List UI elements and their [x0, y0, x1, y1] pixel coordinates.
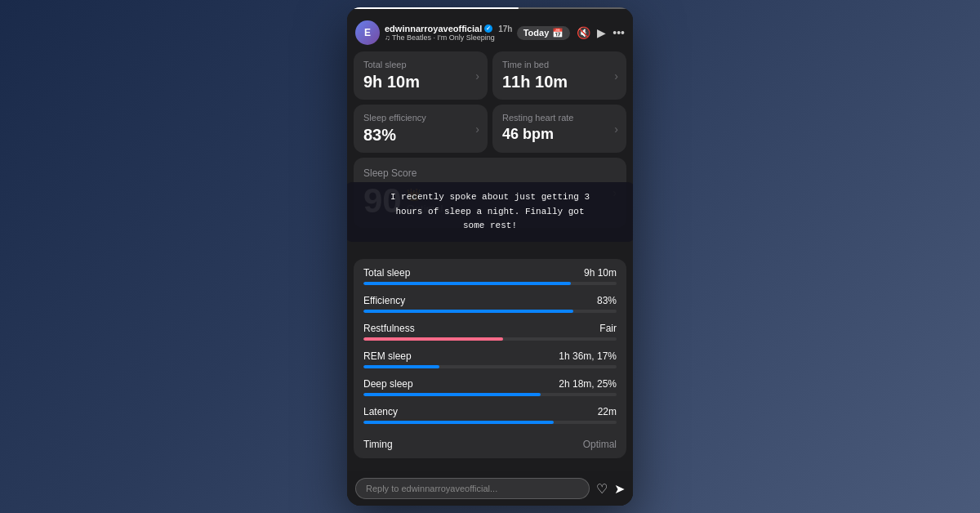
story-song: ♫ The Beatles · I'm Only Sleeping [385, 33, 512, 42]
detail-label-latency: Latency [363, 406, 398, 417]
progress-bg-latency [363, 421, 617, 424]
metric-value-heart-rate: 46 bpm [502, 126, 617, 143]
details-section: Total sleep 9h 10m Efficiency 83% Re [354, 259, 626, 458]
detail-row-efficiency[interactable]: Efficiency 83% [363, 295, 617, 313]
detail-row-header-restfulness: Restfulness Fair [363, 323, 617, 334]
avatar-letter: E [364, 27, 371, 38]
progress-bg-rem-sleep [363, 365, 617, 368]
detail-label-deep-sleep: Deep sleep [363, 378, 413, 390]
metric-label-total-sleep: Total sleep [363, 60, 478, 69]
reply-input[interactable]: Reply to edwinnarroyaveofficial... [355, 478, 590, 499]
detail-label-restfulness: Restfulness [363, 323, 415, 334]
detail-label-total-sleep: Total sleep [363, 267, 410, 279]
detail-row-deep-sleep[interactable]: Deep sleep 2h 18m, 25% [363, 378, 617, 396]
play-icon[interactable]: ▶ [597, 26, 606, 39]
chevron-icon-heart-rate: › [614, 123, 618, 136]
progress-bg-restfulness [363, 337, 617, 341]
detail-label-efficiency: Efficiency [363, 295, 405, 306]
sleep-score-card[interactable]: Sleep Score 90 👑 Optimal › I recently sp… [354, 158, 626, 228]
today-label: Today [523, 28, 550, 38]
send-icon[interactable]: ➤ [614, 481, 625, 497]
timing-row[interactable]: Timing Optimal [363, 434, 617, 450]
sleep-score-title: Sleep Score [363, 167, 617, 179]
story-time: 17h [498, 25, 512, 33]
reply-placeholder: Reply to edwinnarroyaveofficial... [366, 484, 497, 493]
chevron-icon-sleep-efficiency: › [475, 123, 479, 136]
metric-card-total-sleep[interactable]: Total sleep 9h 10m › [354, 51, 488, 100]
avatar[interactable]: E [355, 20, 380, 45]
story-header-left: E edwinnarroyaveofficial ✓ 17h ♫ The Bea… [355, 20, 512, 45]
progress-fill-restfulness [363, 337, 503, 341]
mute-icon[interactable]: 🔇 [577, 26, 590, 39]
detail-value-efficiency: 83% [597, 295, 617, 306]
progress-fill-deep-sleep [363, 393, 541, 396]
today-badge[interactable]: Today 📅 [517, 26, 571, 40]
detail-row-header-efficiency: Efficiency 83% [363, 295, 617, 306]
metric-value-total-sleep: 9h 10m [363, 73, 478, 91]
detail-row-rem-sleep[interactable]: REM sleep 1h 36m, 17% [363, 350, 617, 368]
metric-card-sleep-efficiency[interactable]: Sleep efficiency 83% › [354, 105, 488, 153]
progress-fill-efficiency [363, 310, 573, 313]
username-text: edwinnarroyaveofficial [385, 24, 482, 33]
metric-value-sleep-efficiency: 83% [363, 126, 478, 145]
metric-card-heart-rate[interactable]: Resting heart rate 46 bpm › [492, 105, 626, 153]
metric-label-time-in-bed: Time in bed [502, 60, 617, 69]
detail-value-rem-sleep: 1h 36m, 17% [559, 350, 617, 362]
progress-bg-deep-sleep [363, 393, 617, 396]
detail-value-restfulness: Fair [599, 323, 617, 334]
detail-label-rem-sleep: REM sleep [363, 350, 412, 362]
progress-bg-efficiency [363, 310, 617, 313]
tooltip-overlay: I recently spoke about just getting 3hou… [347, 182, 633, 242]
metric-label-sleep-efficiency: Sleep efficiency [363, 113, 478, 123]
heart-icon[interactable]: ♡ [596, 481, 608, 497]
verified-icon: ✓ [484, 25, 492, 33]
calendar-icon: 📅 [552, 28, 564, 38]
progress-fill-latency [363, 421, 554, 424]
chevron-icon-total-sleep: › [475, 69, 479, 83]
detail-row-header-deep-sleep: Deep sleep 2h 18m, 25% [363, 378, 617, 390]
chevron-icon-time-in-bed: › [614, 69, 618, 83]
detail-row-latency[interactable]: Latency 22m [363, 406, 617, 424]
tooltip-text: I recently spoke about just getting 3hou… [390, 192, 590, 230]
detail-row-total-sleep[interactable]: Total sleep 9h 10m [363, 267, 617, 285]
story-header: E edwinnarroyaveofficial ✓ 17h ♫ The Bea… [347, 14, 633, 51]
progress-fill-total-sleep [363, 282, 571, 285]
detail-row-header-total-sleep: Total sleep 9h 10m [363, 267, 617, 279]
content-area: Total sleep 9h 10m › Time in bed 11h 10m… [347, 51, 633, 506]
header-right: Today 📅 🔇 ▶ ••• [517, 26, 625, 40]
story-progress-bar [347, 7, 633, 9]
detail-value-deep-sleep: 2h 18m, 25% [559, 378, 617, 390]
progress-fill-rem-sleep [363, 365, 439, 368]
metric-card-time-in-bed[interactable]: Time in bed 11h 10m › [492, 51, 626, 100]
story-username: edwinnarroyaveofficial ✓ 17h [385, 24, 512, 33]
story-meta: edwinnarroyaveofficial ✓ 17h ♫ The Beatl… [385, 24, 512, 42]
more-icon[interactable]: ••• [612, 26, 625, 39]
phone-container: E edwinnarroyaveofficial ✓ 17h ♫ The Bea… [347, 7, 633, 506]
detail-row-restfulness[interactable]: Restfulness Fair [363, 323, 617, 341]
reply-bar: Reply to edwinnarroyaveofficial... ♡ ➤ [347, 471, 633, 506]
metrics-grid: Total sleep 9h 10m › Time in bed 11h 10m… [354, 51, 626, 153]
timing-label: Timing [363, 439, 393, 450]
metric-label-heart-rate: Resting heart rate [502, 113, 617, 123]
timing-value: Optimal [583, 439, 617, 450]
metric-value-time-in-bed: 11h 10m [502, 73, 617, 91]
story-progress-fill [347, 7, 519, 9]
detail-row-header-latency: Latency 22m [363, 406, 617, 417]
detail-value-latency: 22m [598, 406, 617, 417]
progress-bg-total-sleep [363, 282, 617, 285]
detail-value-total-sleep: 9h 10m [584, 267, 617, 279]
reply-icons: ♡ ➤ [596, 481, 625, 497]
detail-row-header-rem-sleep: REM sleep 1h 36m, 17% [363, 350, 617, 362]
